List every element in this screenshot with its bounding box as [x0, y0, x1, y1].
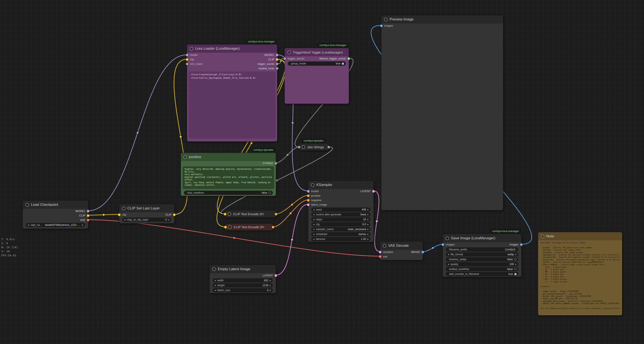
node-title-bar[interactable]: positive: [181, 153, 276, 161]
prev-arrow-icon[interactable]: ◀: [448, 253, 449, 256]
output-port-filtered-trigger-words[interactable]: [348, 57, 350, 60]
input-port-positive[interactable]: [307, 194, 310, 197]
next-arrow-icon[interactable]: ▶: [367, 238, 369, 240]
prev-arrow-icon[interactable]: ◀: [313, 233, 314, 235]
node-note[interactable]: Note Available filename_prefix Pattern C…: [538, 232, 622, 316]
collapse-icon[interactable]: [384, 18, 388, 21]
output-port-conditioning[interactable]: [272, 226, 274, 228]
node-positive-prompt[interactable]: comfyui-kjnodes positive STRING highres,…: [181, 153, 276, 196]
input-port-negative[interactable]: [307, 199, 310, 202]
output-port-trigger-words[interactable]: [276, 63, 278, 65]
collapse-icon[interactable]: [446, 236, 449, 240]
widget-seed[interactable]: ◀ seed 409 ▶: [311, 208, 370, 212]
next-arrow-icon[interactable]: ▶: [270, 284, 271, 286]
node-load-checkpoint[interactable]: Load Checkpoint MODEL CLIP VAE ◀ ckpt_na…: [22, 200, 88, 229]
input-port-clip[interactable]: [224, 226, 227, 228]
output-port-clip[interactable]: [173, 214, 176, 216]
input-port-clip[interactable]: [224, 213, 226, 216]
node-preview-image[interactable]: Preview Image images: [381, 15, 503, 210]
collapse-icon[interactable]: [302, 145, 305, 149]
node-title-bar[interactable]: Load Checkpoint: [23, 201, 88, 209]
node-empty-latent-image[interactable]: Empty Latent Image LATENT ◀ width 832 ▶ …: [210, 265, 276, 293]
widget-add-counter-to-filename[interactable]: add_counter_to_filename true: [446, 272, 518, 276]
widget-file-format[interactable]: ◀ file_format webp ▶: [446, 252, 518, 256]
link-latent-to-ksampler-midpoint-dot[interactable]: [291, 239, 293, 241]
next-arrow-icon[interactable]: ▶: [82, 224, 84, 226]
collapse-icon[interactable]: [122, 207, 126, 210]
collapse-icon[interactable]: [184, 155, 187, 159]
widget-strip-newlines[interactable]: strip_newlines false: [184, 191, 273, 195]
input-port-latent-image[interactable]: [307, 204, 310, 206]
node-title-bar[interactable]: Save Image (LoraManager): [443, 234, 521, 242]
prev-arrow-icon[interactable]: ◀: [313, 208, 314, 211]
next-arrow-icon[interactable]: ▶: [270, 280, 271, 282]
widget-denoise[interactable]: ◀ denoise 1.00 ▶: [311, 237, 370, 241]
output-port-images[interactable]: [520, 243, 522, 246]
link-checkpoint-clip-to-clipset-midpoint-dot[interactable]: [102, 214, 105, 216]
link-checkpoint-vae-to-vaedecode-midpoint-dot[interactable]: [233, 237, 235, 239]
widget-batch-size[interactable]: ◀ batch_size 3 ▶: [213, 288, 273, 292]
link-ksampler-to-vaedecode-midpoint-dot[interactable]: [376, 220, 378, 222]
widget-lossless-webp[interactable]: lossless_webp false: [446, 257, 518, 262]
prev-arrow-icon[interactable]: ◀: [313, 223, 314, 226]
toggle-off-icon[interactable]: [268, 192, 271, 194]
collapse-icon[interactable]: [228, 212, 231, 216]
next-arrow-icon[interactable]: ▶: [270, 289, 271, 291]
link-positive-to-joinstrings-midpoint-dot[interactable]: [286, 154, 288, 156]
next-arrow-icon[interactable]: ▶: [168, 218, 170, 221]
output-port-clip[interactable]: [276, 58, 278, 61]
node-title-bar[interactable]: Empty Latent Image: [210, 265, 276, 273]
node-lora-loader[interactable]: comfyui-lora-manager Lora Loader (LoraMa…: [187, 44, 277, 142]
link-clipset-to-lora-clip-midpoint-dot[interactable]: [180, 136, 182, 138]
widget-embed-workflow[interactable]: embed_workflow false: [446, 267, 518, 271]
output-port-model[interactable]: [276, 54, 278, 56]
toggle-on-icon[interactable]: [514, 273, 517, 275]
output-port-image[interactable]: [422, 251, 424, 253]
node-title-bar[interactable]: Note: [538, 232, 622, 240]
node-clip-text-encode-negative[interactable]: CLIP Text Encode (Pr: [226, 224, 273, 230]
prev-arrow-icon[interactable]: ◀: [214, 289, 216, 291]
output-port-latent[interactable]: [274, 274, 277, 277]
input-port-samples[interactable]: [379, 251, 382, 253]
node-title-bar[interactable]: KSampler: [308, 181, 374, 189]
input-port-vae[interactable]: [379, 255, 382, 258]
next-arrow-icon[interactable]: ▶: [367, 233, 369, 235]
input-port-model[interactable]: [186, 54, 188, 56]
widget-group-mode[interactable]: group_mode true: [288, 62, 346, 66]
collapse-icon[interactable]: [212, 268, 216, 271]
node-clip-set-last-layer[interactable]: CLIP Set Last Layer clip CLIP ◀ stop_at_…: [119, 204, 174, 224]
prev-arrow-icon[interactable]: ◀: [28, 224, 29, 226]
output-port-loaded-loras[interactable]: [276, 67, 278, 70]
prev-arrow-icon[interactable]: ◀: [313, 218, 314, 220]
link-lora-model-to-ksampler-midpoint-dot[interactable]: [292, 122, 294, 124]
node-title-bar[interactable]: VAE Decode: [380, 242, 423, 250]
node-triggerword-toggle[interactable]: comfyui-lora-manager TriggerWord Toggle …: [284, 48, 349, 104]
collapse-icon[interactable]: [287, 50, 291, 54]
toggle-on-icon[interactable]: [342, 62, 344, 65]
input-port-clip[interactable]: [118, 214, 120, 216]
link-lora-clip-to-negative-encode-midpoint-dot[interactable]: [250, 142, 252, 144]
input-port-lora-stack[interactable]: [186, 63, 188, 65]
prev-arrow-icon[interactable]: ◀: [448, 263, 449, 265]
widget-cfg[interactable]: ◀ cfg 8.0 ▶: [311, 222, 370, 226]
widget-filename-prefix[interactable]: filename_prefix ComfyUI: [446, 248, 518, 252]
widget-sampler-name[interactable]: ◀ sampler_name euler_ancestral ▶: [311, 227, 370, 232]
widget-stop-at-clip-layer[interactable]: ◀ stop_at_clip_layer -2 ▶: [122, 218, 171, 222]
link-lora-triggerwords-to-toggle-midpoint-dot[interactable]: [280, 60, 282, 62]
next-arrow-icon[interactable]: ▶: [515, 253, 517, 256]
collapse-icon[interactable]: [541, 234, 544, 238]
node-clip-text-encode-positive[interactable]: CLIP Text Encode (Pr: [225, 211, 276, 217]
widget-control-after-generate[interactable]: ◀ control after generate fixed ▶: [311, 212, 370, 217]
output-port-string[interactable]: [328, 146, 330, 148]
widget-quality[interactable]: ◀ quality 100 ▶: [446, 262, 518, 266]
input-port-model[interactable]: [307, 190, 310, 192]
input-port-strings[interactable]: [298, 146, 300, 148]
prompt-textarea[interactable]: highres, very detailed, amazing quality,…: [182, 166, 274, 189]
lora-syntax-textarea[interactable]: <lora:CreateConcept_Illustrious:0.8> <lo…: [189, 72, 276, 138]
next-arrow-icon[interactable]: ▶: [367, 214, 369, 216]
input-port-trigger-words[interactable]: [284, 57, 286, 60]
next-arrow-icon[interactable]: ▶: [367, 223, 369, 226]
output-port-conditioning[interactable]: [275, 213, 277, 216]
node-title-bar[interactable]: TriggerWord Toggle (LoraManager): [285, 48, 349, 56]
output-port-model[interactable]: [87, 210, 90, 212]
